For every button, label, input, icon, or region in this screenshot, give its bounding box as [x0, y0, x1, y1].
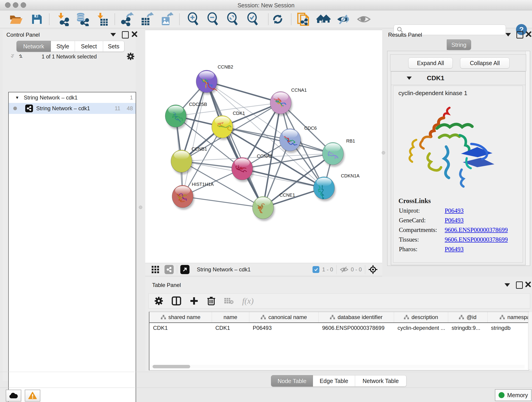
crosslink-value[interactable]: P06493: [445, 207, 464, 214]
grid-view-icon[interactable]: [151, 265, 159, 274]
maximize-panel-icon[interactable]: [516, 31, 523, 38]
refresh-icon[interactable]: [271, 13, 284, 26]
zoom-out-icon[interactable]: [206, 12, 220, 26]
node-label-rb1: RB1: [346, 138, 355, 143]
cell-description[interactable]: cyclin-dependent ...: [394, 323, 448, 333]
network-node-rb1[interactable]: [322, 142, 345, 167]
network-node-ccna2[interactable]: [232, 157, 254, 182]
selected-checkbox-icon[interactable]: [312, 266, 319, 273]
close-panel-icon[interactable]: [132, 31, 138, 37]
network-node-ccne1[interactable]: [253, 196, 275, 221]
cell-database-identifier[interactable]: 9606.ENSP00000378699: [318, 323, 394, 333]
network-node-ccna1[interactable]: [270, 91, 292, 116]
column-header: shared name: [168, 314, 201, 320]
float-panel-icon[interactable]: [505, 33, 511, 36]
toolbar-separator: [114, 13, 115, 25]
network-node-hist1h1a[interactable]: [172, 185, 194, 210]
column-header: namespace: [507, 314, 529, 320]
save-session-icon[interactable]: [30, 13, 43, 26]
table-scrollbar-thumb[interactable]: [152, 365, 190, 368]
cell-shared-name[interactable]: CDK1: [149, 323, 212, 333]
table-horizontal-scrollbar[interactable]: [151, 365, 525, 369]
network-type-icon: [25, 104, 33, 112]
zoom-fit-icon[interactable]: [225, 12, 239, 26]
gene-section-header[interactable]: CDK1: [391, 71, 525, 85]
results-tab-bar: String: [447, 39, 471, 50]
export-image-icon[interactable]: [159, 12, 173, 26]
maximize-panel-icon[interactable]: [122, 31, 129, 38]
network-node-cdc25b[interactable]: [165, 105, 187, 129]
table-vertical-scrollbar[interactable]: [528, 312, 532, 370]
import-network-file-icon[interactable]: [56, 12, 70, 26]
network-options-gear-icon[interactable]: [127, 52, 135, 61]
tab-select[interactable]: Select: [75, 41, 103, 52]
import-network-database-icon[interactable]: [75, 12, 89, 26]
hide-selected-icon[interactable]: [336, 13, 350, 26]
network-node-cdc6[interactable]: [279, 128, 302, 153]
column-namespace-icon: [260, 315, 266, 320]
crosslink-value[interactable]: 9606.ENSP00000378699: [445, 226, 508, 234]
crosslink-value[interactable]: P06493: [445, 217, 464, 224]
crosslink-value[interactable]: P06493: [445, 246, 464, 253]
close-panel-icon[interactable]: [526, 31, 532, 37]
close-panel-icon[interactable]: [525, 281, 531, 287]
network-row[interactable]: String Network – cdk1 11 48: [9, 103, 136, 114]
network-node-cdkn1a[interactable]: [313, 177, 336, 201]
show-graphics-details-icon[interactable]: [357, 13, 371, 26]
hidden-eye-icon[interactable]: [340, 266, 348, 273]
warnings-button[interactable]: [25, 390, 40, 402]
collection-expand-arrow-icon[interactable]: ▼: [15, 95, 19, 100]
float-panel-icon[interactable]: [505, 283, 510, 287]
tab-network-table[interactable]: Network Table: [355, 375, 406, 387]
divider: [0, 388, 532, 388]
table-options-gear-icon[interactable]: [154, 296, 163, 306]
column-header: database identifier: [337, 314, 382, 320]
title-bar: Session: New Session: [0, 0, 532, 10]
tab-string[interactable]: String: [447, 39, 471, 50]
network-from-selection-icon[interactable]: [297, 12, 310, 27]
tab-node-table[interactable]: Node Table: [271, 375, 313, 387]
open-in-window-icon[interactable]: [180, 265, 190, 274]
tab-style[interactable]: Style: [51, 41, 75, 52]
table-type-tabs: Node Table Edge Table Network Table: [271, 375, 406, 387]
open-file-icon[interactable]: [9, 13, 23, 26]
export-network-icon[interactable]: [120, 12, 134, 26]
delete-column-icon[interactable]: [207, 296, 215, 306]
import-table-icon[interactable]: [96, 12, 109, 26]
float-panel-icon[interactable]: [110, 33, 116, 36]
network-node-ccnb2[interactable]: [196, 70, 218, 95]
expand-all-button[interactable]: Expand All: [408, 57, 453, 69]
network-graph[interactable]: CCNB2CCNA1CDC25BCDK1CDC6RB1CCNB1CCNA2CDK…: [145, 30, 382, 263]
memory-button[interactable]: Memory: [495, 389, 532, 401]
add-column-icon[interactable]: [190, 296, 199, 306]
cell-id[interactable]: stringdb:9...: [448, 323, 487, 333]
network-node-cdk1[interactable]: [212, 115, 234, 140]
export-table-icon[interactable]: [140, 12, 153, 26]
zoom-in-icon[interactable]: [186, 12, 200, 26]
cell-namespace[interactable]: stringdb: [487, 323, 529, 333]
maximize-panel-icon[interactable]: [516, 281, 523, 289]
left-splitter-handle[interactable]: [139, 206, 142, 209]
network-view-canvas[interactable]: CCNB2CCNA1CDC25BCDK1CDC6RB1CCNB1CCNA2CDK…: [145, 30, 382, 263]
memory-status-dot-icon: [499, 392, 505, 398]
first-neighbors-icon[interactable]: [316, 13, 331, 26]
crosslink-value[interactable]: 9606.ENSP00000378699: [445, 236, 508, 243]
tab-edge-table[interactable]: Edge Table: [313, 375, 355, 387]
gene-collapse-arrow-icon[interactable]: [407, 77, 412, 80]
protein-structure-image: [403, 101, 499, 192]
tab-network[interactable]: Network: [17, 41, 51, 52]
results-scrollbar[interactable]: [525, 51, 530, 265]
zoom-selected-icon[interactable]: [246, 12, 259, 26]
show-columns-icon[interactable]: [172, 296, 181, 306]
cell-canonical-name[interactable]: P06493: [249, 323, 318, 333]
collapse-all-button[interactable]: Collapse All: [460, 57, 510, 69]
network-collection-row[interactable]: ▼ String Network – cdk1 1: [9, 92, 136, 103]
tab-sets[interactable]: Sets: [103, 41, 124, 52]
node-table[interactable]: shared name name canonical name database…: [149, 312, 529, 370]
birds-eye-view-icon[interactable]: [165, 265, 174, 274]
table-row[interactable]: CDK1 CDK1 P06493 9606.ENSP00000378699 cy…: [149, 323, 529, 333]
cloud-status-button[interactable]: [6, 390, 21, 402]
cell-name[interactable]: CDK1: [212, 323, 249, 333]
fit-selection-crosshair-icon[interactable]: [368, 265, 378, 274]
table-header-row[interactable]: shared name name canonical name database…: [149, 312, 529, 323]
